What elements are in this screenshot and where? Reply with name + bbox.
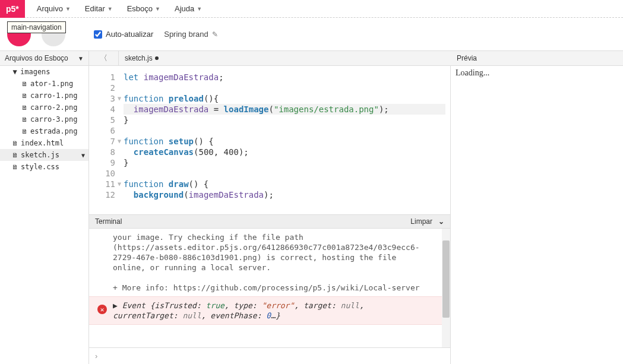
clear-button[interactable]: Limpar — [410, 217, 432, 226]
error-icon: ✕ — [97, 305, 107, 314]
editor-tab[interactable]: sketch.js — [119, 51, 451, 65]
line-gutter: 123▼4567▼891011▼12 — [89, 66, 119, 214]
file-label: ator-1.png — [30, 80, 73, 88]
terminal-prompt[interactable]: › — [89, 347, 450, 364]
dirty-dot-icon — [155, 56, 159, 60]
terminal-body[interactable]: your image. Try checking if the file pat… — [89, 229, 450, 347]
chevron-down-icon[interactable]: ⌄ — [438, 217, 444, 226]
tab-filename: sketch.js — [125, 54, 153, 62]
file-icon: 🗎 — [12, 151, 18, 159]
chevron-right-icon: › — [95, 352, 97, 360]
chevron-left-icon: 〈 — [100, 53, 107, 64]
file-label: carro-3.png — [30, 115, 77, 124]
sketch-name-text: Spring brand — [164, 30, 208, 39]
file-label: carro-1.png — [30, 91, 77, 100]
panel-header-row: Arquivos do Esboço ▼ 〈 sketch.js Prévia — [0, 50, 623, 66]
chevron-down-icon: ▼ — [65, 6, 71, 12]
file-icon: 🗎 — [21, 104, 28, 112]
code-area[interactable]: let imagemDaEstrada;function preload(){ … — [119, 66, 450, 214]
collapse-sidebar-button[interactable]: 〈 — [89, 51, 119, 65]
pencil-icon: ✎ — [212, 30, 218, 39]
tooltip: main-navigation — [7, 21, 66, 33]
chevron-down-icon: ▼ — [197, 6, 202, 12]
file-icon: 🗎 — [12, 163, 18, 171]
chevron-down-icon: ▼ — [155, 6, 160, 12]
toolbar: main-navigation Auto-atualizar Spring br… — [0, 18, 623, 50]
main-menu: Arquivo▼ Editar▼ Esboço▼ Ajuda▼ — [31, 2, 208, 15]
folder-imagens[interactable]: ▼imagens — [0, 66, 88, 78]
menu-label: Arquivo — [37, 4, 63, 13]
top-menu-bar: p5* Arquivo▼ Editar▼ Esboço▼ Ajuda▼ — [0, 0, 623, 18]
sidebar-header-label: Arquivos do Esboço — [5, 54, 68, 62]
main-columns: ▼imagens 🗎ator-1.png 🗎carro-1.png 🗎carro… — [0, 66, 623, 364]
terminal-error-row: ✕ ▶ Event {isTrusted: true, type: "error… — [89, 296, 450, 325]
auto-refresh-checkbox[interactable] — [94, 30, 102, 39]
center-column: 123▼4567▼891011▼12 let imagemDaEstrada;f… — [89, 66, 451, 364]
sketch-name-row[interactable]: Spring brand ✎ — [164, 30, 217, 39]
file-carro-3[interactable]: 🗎carro-3.png — [0, 113, 88, 125]
file-icon: 🗎 — [12, 140, 18, 147]
file-sketch-js[interactable]: 🗎sketch.js▼ — [0, 149, 88, 161]
file-label: sketch.js — [21, 151, 59, 159]
scrollbar-thumb[interactable] — [442, 240, 450, 318]
p5-logo[interactable]: p5* — [0, 0, 25, 18]
preview-header: Prévia — [451, 51, 623, 65]
caret-down-icon: ▼ — [12, 68, 18, 76]
scrollbar-track[interactable] — [442, 229, 450, 347]
file-icon: 🗎 — [21, 92, 28, 100]
menu-label: Ajuda — [175, 4, 194, 13]
chevron-down-icon: ▼ — [78, 55, 84, 62]
menu-editar[interactable]: Editar▼ — [79, 2, 119, 15]
preview-panel: Loading... — [451, 66, 623, 364]
folder-label: imagens — [20, 68, 50, 76]
file-estrada[interactable]: 🗎estrada.png — [0, 125, 88, 137]
code-editor[interactable]: 123▼4567▼891011▼12 let imagemDaEstrada;f… — [89, 66, 450, 214]
menu-label: Editar — [85, 4, 105, 13]
file-icon: 🗎 — [21, 80, 28, 88]
file-icon: 🗎 — [21, 116, 28, 124]
menu-arquivo[interactable]: Arquivo▼ — [31, 2, 77, 15]
file-label: estrada.png — [30, 127, 77, 135]
terminal-event-object[interactable]: ▶ Event {isTrusted: true, type: "error",… — [89, 296, 450, 325]
menu-esboco[interactable]: Esboço▼ — [121, 2, 166, 15]
terminal-message: your image. Try checking if the file pat… — [89, 229, 450, 296]
terminal-title: Terminal — [95, 217, 122, 226]
file-index-html[interactable]: 🗎index.html — [0, 137, 88, 149]
menu-label: Esboço — [127, 4, 153, 13]
chevron-down-icon[interactable]: ▼ — [81, 152, 85, 159]
file-carro-1[interactable]: 🗎carro-1.png — [0, 90, 88, 102]
terminal-header: Terminal Limpar ⌄ — [89, 214, 450, 229]
file-label: carro-2.png — [30, 103, 77, 112]
file-icon: 🗎 — [21, 128, 28, 135]
chevron-down-icon: ▼ — [107, 6, 113, 12]
file-ator-1[interactable]: 🗎ator-1.png — [0, 78, 88, 90]
auto-refresh-row: Auto-atualizar — [94, 30, 153, 39]
file-sidebar: ▼imagens 🗎ator-1.png 🗎carro-1.png 🗎carro… — [0, 66, 89, 364]
file-label: style.css — [21, 163, 59, 171]
file-carro-2[interactable]: 🗎carro-2.png — [0, 102, 88, 113]
file-style-css[interactable]: 🗎style.css — [0, 161, 88, 173]
preview-body: Loading... — [451, 66, 623, 364]
preview-title: Prévia — [457, 54, 477, 62]
sidebar-header[interactable]: Arquivos do Esboço ▼ — [0, 51, 89, 65]
menu-ajuda[interactable]: Ajuda▼ — [169, 2, 208, 15]
auto-refresh-label: Auto-atualizar — [106, 30, 153, 39]
file-label: index.html — [21, 139, 64, 147]
